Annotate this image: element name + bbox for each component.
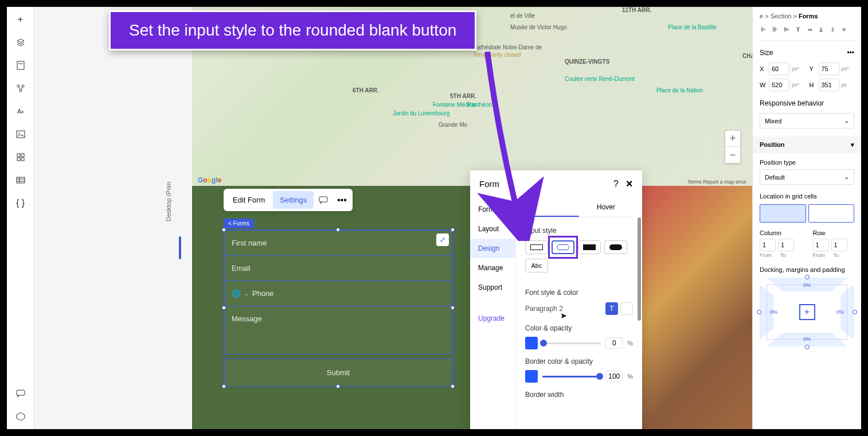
- align-right-icon[interactable]: ⊫: [783, 24, 791, 34]
- opacity-slider[interactable]: [542, 342, 601, 344]
- align-bottom-icon[interactable]: ⫫: [817, 24, 825, 34]
- scrollbar[interactable]: [638, 217, 641, 423]
- drag-handle[interactable]: [179, 236, 181, 259]
- help-icon[interactable]: [15, 411, 26, 422]
- apps-icon[interactable]: [15, 151, 26, 163]
- border-opacity-slider[interactable]: [542, 376, 601, 377]
- resize-handle[interactable]: [451, 228, 455, 232]
- row-to-input[interactable]: [831, 239, 847, 251]
- resize-handle[interactable]: [336, 228, 340, 232]
- settings-button[interactable]: Settings: [273, 191, 314, 209]
- submit-button[interactable]: Submit: [224, 359, 452, 387]
- expand-icon[interactable]: ⤢: [436, 233, 449, 246]
- distribute-h-icon[interactable]: ⦀: [828, 24, 836, 34]
- position-section[interactable]: Position▾: [753, 137, 861, 153]
- style-rounded-fill[interactable]: [604, 240, 627, 254]
- email-field[interactable]: Email: [224, 255, 452, 281]
- tab-regular[interactable]: [525, 197, 579, 217]
- first-name-field[interactable]: First name: [224, 230, 452, 256]
- nav-forms[interactable]: Forms: [470, 200, 515, 219]
- svg-point-4: [19, 89, 22, 92]
- docking-control[interactable]: + 0% 0% 0% 0%: [760, 278, 854, 347]
- y-input[interactable]: [819, 63, 839, 75]
- resize-handle[interactable]: [222, 306, 226, 310]
- edit-toolbar: Edit Form Settings •••: [224, 189, 353, 211]
- distribute-v-icon[interactable]: ≡: [840, 24, 848, 34]
- form-badge[interactable]: < Forms: [224, 219, 254, 228]
- code-icon[interactable]: { }: [15, 197, 26, 209]
- grid-cell[interactable]: [808, 204, 855, 223]
- resize-handle[interactable]: [222, 384, 226, 388]
- svg-rect-15: [17, 390, 25, 395]
- col-from-input[interactable]: [760, 239, 776, 251]
- nav-layout[interactable]: Layout: [470, 219, 515, 239]
- table-icon[interactable]: [15, 174, 26, 186]
- zoom-in-icon[interactable]: +: [725, 131, 740, 147]
- col-to-input[interactable]: [778, 239, 794, 251]
- breadcrumb[interactable]: e > Section > Forms: [760, 13, 854, 20]
- w-input[interactable]: [769, 79, 789, 91]
- responsive-select[interactable]: Mixed⌄: [760, 113, 854, 129]
- grid-cell[interactable]: [760, 204, 806, 223]
- align-top-icon[interactable]: ⫪: [794, 24, 802, 34]
- close-icon[interactable]: ✕: [625, 178, 633, 189]
- text-color-button[interactable]: [620, 302, 633, 315]
- resize-handle[interactable]: [451, 384, 455, 388]
- opacity-value[interactable]: 0: [605, 337, 623, 349]
- resize-handle[interactable]: [336, 384, 340, 388]
- edit-form-button[interactable]: Edit Form: [226, 191, 272, 209]
- align-center-icon[interactable]: ⊪: [771, 24, 779, 34]
- nav-manage[interactable]: Manage: [470, 258, 515, 278]
- zoom-out-icon[interactable]: −: [725, 147, 740, 163]
- google-logo: Google: [198, 176, 221, 184]
- border-opacity-value[interactable]: 100: [605, 371, 623, 382]
- message-field[interactable]: Message: [224, 306, 452, 355]
- nav-upgrade[interactable]: Upgrade: [470, 309, 515, 328]
- svg-rect-8: [21, 154, 24, 157]
- layers-icon[interactable]: [15, 37, 26, 48]
- more-button[interactable]: •••: [333, 192, 350, 209]
- popup-nav: Forms Layout Design Manage Support Upgra…: [470, 197, 516, 429]
- align-middle-icon[interactable]: ⫬: [806, 24, 814, 34]
- position-type-select[interactable]: Default⌄: [760, 169, 854, 185]
- image-icon[interactable]: [15, 129, 26, 140]
- help-icon[interactable]: ?: [613, 179, 619, 189]
- style-rect-fill[interactable]: [578, 240, 601, 254]
- comment-button[interactable]: [315, 192, 332, 209]
- svg-rect-5: [17, 131, 25, 138]
- resize-handle[interactable]: [451, 306, 455, 310]
- phone-field[interactable]: 🌐 ⌄ Phone: [224, 281, 452, 306]
- map-zoom: + −: [725, 130, 741, 164]
- tab-hover[interactable]: Hover: [579, 197, 633, 217]
- border-swatch[interactable]: [525, 370, 538, 383]
- style-rounded-blank[interactable]: [552, 240, 574, 254]
- style-abc[interactable]: Abc: [525, 259, 548, 272]
- nav-design[interactable]: Design: [470, 239, 515, 258]
- border-width-label: Border width: [525, 391, 633, 399]
- form-settings-popup: Form ? ✕ Forms Layout Design Manage Supp…: [470, 170, 642, 429]
- map-credits[interactable]: Terms Report a map error: [687, 179, 746, 185]
- nav-support[interactable]: Support: [470, 278, 515, 297]
- add-icon[interactable]: +: [15, 14, 26, 25]
- svg-point-6: [18, 133, 19, 134]
- x-input[interactable]: [769, 63, 789, 75]
- popup-content: Hover Input style Abc Font style & co: [516, 197, 642, 429]
- form-element[interactable]: < Forms ⤢ First name Email 🌐 ⌄ Phone Mes…: [224, 217, 453, 387]
- svg-rect-16: [319, 197, 327, 202]
- more-icon[interactable]: •••: [847, 49, 854, 57]
- properties-panel: e > Section > Forms ⊩ ⊪ ⊫ ⫪ ⫬ ⫫ ⦀ ≡ Size…: [752, 7, 861, 429]
- color-swatch[interactable]: [525, 337, 538, 349]
- align-left-icon[interactable]: ⊩: [760, 24, 768, 34]
- resize-handle[interactable]: [222, 228, 226, 232]
- h-input[interactable]: [819, 79, 839, 91]
- style-rect-blank[interactable]: [525, 240, 548, 254]
- chevron-down-icon: ⌄: [844, 173, 849, 181]
- text-style-button[interactable]: T: [605, 302, 618, 315]
- page-icon[interactable]: [15, 60, 26, 71]
- chevron-down-icon: ⌄: [844, 117, 849, 124]
- text-icon[interactable]: Aa: [15, 106, 26, 117]
- comment-icon[interactable]: [15, 388, 26, 399]
- components-icon[interactable]: [15, 83, 26, 94]
- svg-rect-7: [17, 154, 20, 157]
- row-from-input[interactable]: [813, 239, 829, 251]
